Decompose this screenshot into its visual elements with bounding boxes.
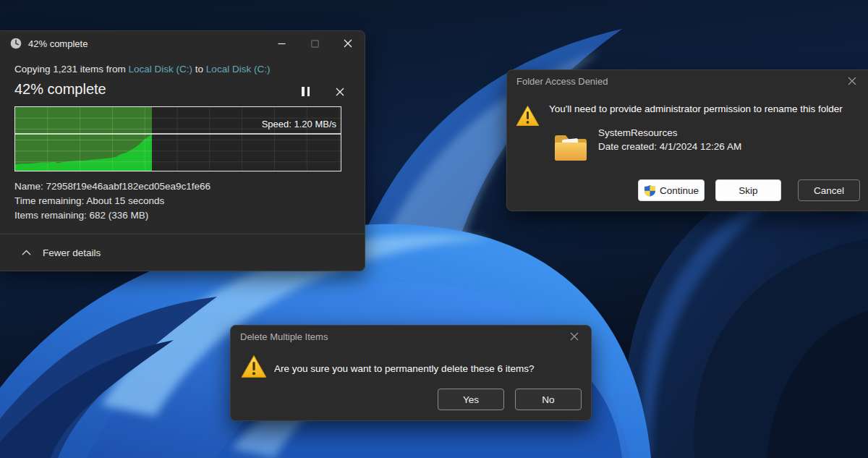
chevron-up-icon (22, 250, 31, 255)
warning-triangle-icon (241, 355, 267, 379)
maximize-button[interactable] (298, 31, 331, 56)
delete-dialog-titlebar: Delete Multiple Items (231, 326, 591, 347)
permission-message: You'll need to provide administrator per… (549, 103, 864, 114)
dialog-title: Delete Multiple Items (240, 331, 567, 342)
speed-label: Speed: 1.20 MB/s (262, 119, 336, 130)
delete-confirmation-message: Are you sure you want to permanently del… (274, 363, 578, 374)
copy-progress-window: 42% complete (0, 30, 365, 271)
close-button[interactable] (331, 31, 365, 56)
folder-dialog-buttons: Continue Skip Cancel (507, 179, 859, 201)
clock-icon (10, 38, 22, 49)
desktop: 42% complete (0, 0, 868, 458)
window-caption-controls (265, 31, 365, 56)
folder-dialog-titlebar: Folder Access Denied (507, 70, 868, 92)
detail-items-remaining: Items remaining: 682 (336 MB) (14, 210, 148, 221)
cancel-button[interactable]: Cancel (798, 179, 860, 201)
close-icon (848, 77, 856, 85)
cancel-copy-button[interactable] (336, 88, 344, 96)
copy-source-path: Local Disk (C:) (129, 64, 193, 75)
progress-heading: 42% complete (14, 81, 106, 98)
detail-name: Name: 72958f19e46aabf182ecd05ea9c1fe66 (14, 181, 210, 192)
yes-label: Yes (463, 394, 479, 405)
cancel-label: Cancel (814, 185, 844, 196)
continue-button[interactable]: Continue (638, 179, 705, 201)
folder-date-created: Date created: 4/1/2024 12:26 AM (598, 141, 741, 152)
window-title: 42% complete (28, 38, 88, 49)
progress-controls (302, 87, 344, 96)
folder-icon (553, 132, 588, 163)
close-icon (344, 39, 352, 48)
skip-button[interactable]: Skip (715, 179, 781, 201)
dialog-title: Folder Access Denied (516, 76, 845, 87)
warning-triangle-icon (516, 105, 540, 127)
no-button[interactable]: No (515, 389, 582, 410)
fewer-details-toggle[interactable]: Fewer details (0, 234, 365, 271)
close-button[interactable] (567, 329, 582, 344)
copy-status-middle: to (192, 64, 206, 75)
folder-access-denied-dialog: Folder Access Denied You'll need to prov… (506, 69, 868, 211)
minimize-button[interactable] (265, 31, 298, 56)
skip-label: Skip (739, 185, 757, 196)
continue-label: Continue (660, 185, 699, 196)
copy-titlebar: 42% complete (0, 31, 365, 56)
copy-destination-path: Local Disk (C:) (206, 64, 271, 75)
folder-name: SystemResources (598, 127, 678, 138)
fewer-details-label: Fewer details (43, 247, 101, 258)
maximize-icon (311, 40, 319, 48)
uac-shield-icon (644, 185, 656, 197)
pause-button[interactable] (302, 87, 310, 96)
minimize-icon (278, 40, 286, 48)
yes-button[interactable]: Yes (438, 389, 504, 410)
delete-multiple-items-dialog: Delete Multiple Items Are you sure you w… (230, 325, 592, 421)
no-label: No (542, 394, 554, 405)
close-button[interactable] (845, 74, 859, 88)
copy-speed-chart: Speed: 1.20 MB/s (14, 106, 341, 171)
copy-status-line: Copying 1,231 items from Local Disk (C:)… (14, 64, 270, 75)
copy-status-prefix: Copying 1,231 items from (14, 64, 129, 75)
close-icon (570, 332, 579, 341)
detail-time-remaining: Time remaining: About 15 seconds (14, 195, 164, 206)
